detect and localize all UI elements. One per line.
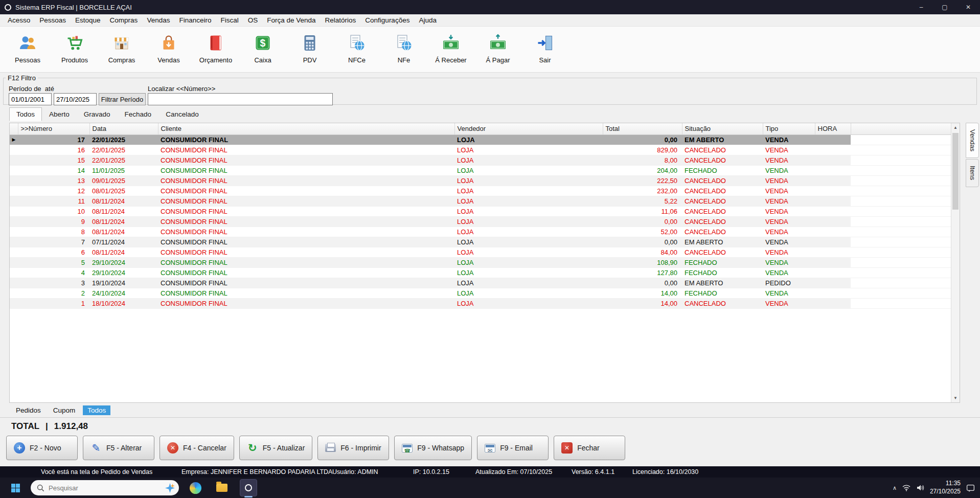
cell-numero[interactable]: 12 bbox=[18, 186, 89, 196]
cell-data[interactable]: 22/01/2025 bbox=[89, 145, 158, 155]
cell-total[interactable]: 0,00 bbox=[603, 278, 682, 288]
cell-situacao[interactable]: FECHADO bbox=[682, 267, 763, 278]
table-row[interactable]: 11 08/11/2024 CONSUMIDOR FINAL LOJA 5,22… bbox=[10, 196, 951, 206]
cell-numero[interactable]: 15 bbox=[18, 155, 89, 165]
imprimir-button[interactable]: F6 - Imprimir bbox=[317, 436, 389, 460]
table-row[interactable]: 15 22/01/2025 CONSUMIDOR FINAL LOJA 8,00… bbox=[10, 155, 951, 165]
cell-vendedor[interactable]: LOJA bbox=[454, 165, 603, 175]
cell-total[interactable]: 52,00 bbox=[603, 227, 682, 237]
cell-cliente[interactable]: CONSUMIDOR FINAL bbox=[158, 227, 454, 237]
cell-total[interactable]: 108,90 bbox=[603, 257, 682, 267]
cell-data[interactable]: 22/01/2025 bbox=[89, 155, 158, 165]
side-tab-itens[interactable]: Itens bbox=[966, 159, 979, 187]
cell-tipo[interactable]: VENDA bbox=[763, 145, 815, 155]
scrollbar-thumb[interactable] bbox=[952, 133, 959, 210]
date-to-input[interactable] bbox=[54, 93, 97, 105]
menu-item-compras[interactable]: Compras bbox=[105, 15, 143, 26]
cell-situacao[interactable]: CANCELADO bbox=[682, 175, 763, 186]
cell-vendedor[interactable]: LOJA bbox=[454, 175, 603, 186]
cell-vendedor[interactable]: LOJA bbox=[454, 186, 603, 196]
menu-item-estoque[interactable]: Estoque bbox=[71, 15, 105, 26]
cell-total[interactable]: 5,22 bbox=[603, 196, 682, 206]
cell-data[interactable]: 11/01/2025 bbox=[89, 165, 158, 175]
column-header-data[interactable]: Data bbox=[89, 123, 158, 134]
cell-data[interactable]: 29/10/2024 bbox=[89, 267, 158, 278]
table-row[interactable]: 5 29/10/2024 CONSUMIDOR FINAL LOJA 108,9… bbox=[10, 257, 951, 267]
atualizar-button[interactable]: F5 - Atualizar bbox=[239, 436, 312, 460]
cell-data[interactable]: 22/01/2025 bbox=[89, 134, 158, 145]
cell-situacao[interactable]: CANCELADO bbox=[682, 247, 763, 257]
cell-hora[interactable] bbox=[815, 278, 851, 288]
cell-cliente[interactable]: CONSUMIDOR FINAL bbox=[158, 247, 454, 257]
cell-hora[interactable] bbox=[815, 175, 851, 186]
cell-hora[interactable] bbox=[815, 206, 851, 216]
table-row[interactable]: 9 08/11/2024 CONSUMIDOR FINAL LOJA 0,00 … bbox=[10, 216, 951, 227]
cell-hora[interactable] bbox=[815, 237, 851, 247]
cell-numero[interactable]: 9 bbox=[18, 216, 89, 227]
table-row[interactable]: ▶ 17 22/01/2025 CONSUMIDOR FINAL LOJA 0,… bbox=[10, 134, 951, 145]
taskbar-erp-app-button[interactable] bbox=[238, 478, 259, 498]
toolbar-produtos-button[interactable]: Produtos bbox=[51, 27, 98, 72]
cell-situacao[interactable]: CANCELADO bbox=[682, 206, 763, 216]
cell-data[interactable]: 07/11/2024 bbox=[89, 237, 158, 247]
cell-vendedor[interactable]: LOJA bbox=[454, 216, 603, 227]
cell-total[interactable]: 11,06 bbox=[603, 206, 682, 216]
column-header-situacao[interactable]: Situação bbox=[682, 123, 763, 134]
toolbar-vendas-button[interactable]: Vendas bbox=[145, 27, 192, 72]
cell-cliente[interactable]: CONSUMIDOR FINAL bbox=[158, 278, 454, 288]
cell-tipo[interactable]: VENDA bbox=[763, 298, 815, 308]
date-from-input[interactable] bbox=[9, 93, 52, 105]
toolbar-compras-button[interactable]: Compras bbox=[98, 27, 145, 72]
tab-cancelado[interactable]: Cancelado bbox=[158, 107, 206, 121]
cell-hora[interactable] bbox=[815, 196, 851, 206]
notification-icon[interactable] bbox=[966, 484, 975, 492]
cell-numero[interactable]: 4 bbox=[18, 267, 89, 278]
column-header-hora[interactable]: HORA bbox=[815, 123, 851, 134]
cell-situacao[interactable]: CANCELADO bbox=[682, 145, 763, 155]
cell-data[interactable]: 09/01/2025 bbox=[89, 175, 158, 186]
cell-situacao[interactable]: FECHADO bbox=[682, 165, 763, 175]
cell-data[interactable]: 08/11/2024 bbox=[89, 196, 158, 206]
cell-situacao[interactable]: CANCELADO bbox=[682, 196, 763, 206]
cell-hora[interactable] bbox=[815, 165, 851, 175]
side-tab-vendas[interactable]: Vendas bbox=[966, 123, 979, 158]
cell-tipo[interactable]: VENDA bbox=[763, 196, 815, 206]
menu-item-fiscal[interactable]: Fiscal bbox=[216, 15, 243, 26]
cell-total[interactable]: 127,80 bbox=[603, 267, 682, 278]
cell-numero[interactable]: 1 bbox=[18, 298, 89, 308]
cell-numero[interactable]: 11 bbox=[18, 196, 89, 206]
cell-data[interactable]: 08/11/2024 bbox=[89, 247, 158, 257]
cell-numero[interactable]: 10 bbox=[18, 206, 89, 216]
cell-situacao[interactable]: CANCELADO bbox=[682, 227, 763, 237]
column-header-cliente[interactable]: Cliente bbox=[158, 123, 454, 134]
column-header-vendedor[interactable]: Vendedor bbox=[454, 123, 603, 134]
cell-situacao[interactable]: EM ABERTO bbox=[682, 278, 763, 288]
taskbar-browser-button[interactable] bbox=[185, 478, 206, 498]
cell-total[interactable]: 14,00 bbox=[603, 288, 682, 298]
alterar-button[interactable]: F5 - Alterar bbox=[83, 436, 154, 460]
toolbar-pessoas-button[interactable]: Pessoas bbox=[4, 27, 51, 72]
table-row[interactable]: 12 08/01/2025 CONSUMIDOR FINAL LOJA 232,… bbox=[10, 186, 951, 196]
table-row[interactable]: 7 07/11/2024 CONSUMIDOR FINAL LOJA 0,00 … bbox=[10, 237, 951, 247]
table-row[interactable]: 1 18/10/2024 CONSUMIDOR FINAL LOJA 14,00… bbox=[10, 298, 951, 308]
cell-tipo[interactable]: VENDA bbox=[763, 175, 815, 186]
cell-tipo[interactable]: VENDA bbox=[763, 247, 815, 257]
column-header-total[interactable]: Total bbox=[603, 123, 682, 134]
cell-data[interactable]: 18/10/2024 bbox=[89, 298, 158, 308]
cell-tipo[interactable]: VENDA bbox=[763, 186, 815, 196]
tab-todos[interactable]: Todos bbox=[9, 107, 42, 121]
cell-data[interactable]: 29/10/2024 bbox=[89, 257, 158, 267]
cell-vendedor[interactable]: LOJA bbox=[454, 206, 603, 216]
volume-icon[interactable] bbox=[916, 484, 924, 491]
cell-tipo[interactable]: PEDIDO bbox=[763, 278, 815, 288]
cell-data[interactable]: 19/10/2024 bbox=[89, 278, 158, 288]
cell-numero[interactable]: 3 bbox=[18, 278, 89, 288]
cell-total[interactable]: 204,00 bbox=[603, 165, 682, 175]
cell-vendedor[interactable]: LOJA bbox=[454, 227, 603, 237]
table-row[interactable]: 10 08/11/2024 CONSUMIDOR FINAL LOJA 11,0… bbox=[10, 206, 951, 216]
scrollbar-up-icon[interactable]: ▲ bbox=[951, 123, 960, 132]
toolbar-nfce-button[interactable]: NFCe bbox=[333, 27, 380, 72]
cell-hora[interactable] bbox=[815, 134, 851, 145]
cell-total[interactable]: 829,00 bbox=[603, 145, 682, 155]
cell-cliente[interactable]: CONSUMIDOR FINAL bbox=[158, 257, 454, 267]
